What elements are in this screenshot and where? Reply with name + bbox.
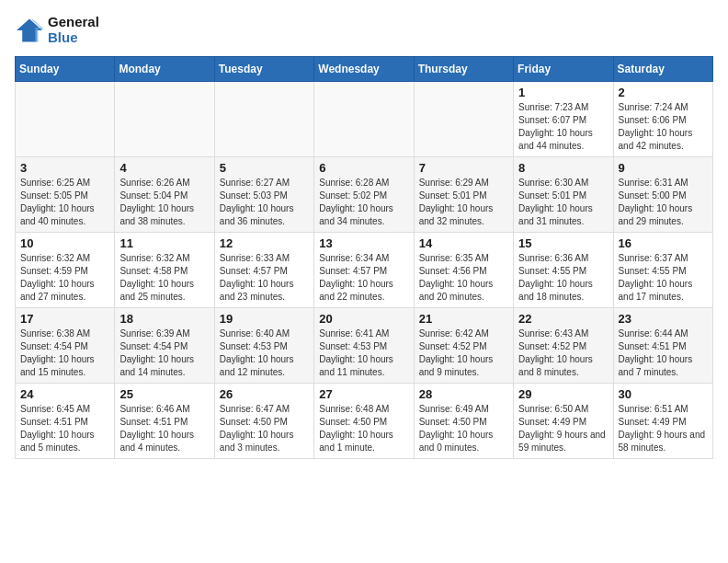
- calendar-cell: 5Sunrise: 6:27 AMSunset: 5:03 PMDaylight…: [214, 157, 313, 233]
- day-info: Sunrise: 6:49 AMSunset: 4:50 PMDaylight:…: [419, 403, 508, 454]
- calendar-cell: 18Sunrise: 6:39 AMSunset: 4:54 PMDayligh…: [115, 308, 214, 384]
- calendar-cell: 23Sunrise: 6:44 AMSunset: 4:51 PMDayligh…: [613, 308, 712, 384]
- day-info: Sunrise: 6:32 AMSunset: 4:58 PMDaylight:…: [119, 252, 209, 304]
- day-number: 11: [119, 236, 209, 250]
- calendar-cell: 2Sunrise: 7:24 AMSunset: 6:06 PMDaylight…: [613, 82, 712, 157]
- calendar-cell: 22Sunrise: 6:43 AMSunset: 4:52 PMDayligh…: [514, 308, 613, 384]
- calendar-cell: 8Sunrise: 6:30 AMSunset: 5:01 PMDaylight…: [514, 157, 613, 233]
- calendar-cell: 29Sunrise: 6:50 AMSunset: 4:49 PMDayligh…: [514, 384, 613, 459]
- logo: General Blue: [15, 15, 99, 45]
- day-number: 18: [119, 312, 209, 326]
- day-info: Sunrise: 6:44 AMSunset: 4:51 PMDaylight:…: [619, 327, 708, 379]
- day-info: Sunrise: 6:40 AMSunset: 4:53 PMDaylight:…: [220, 327, 309, 379]
- calendar-cell: 21Sunrise: 6:42 AMSunset: 4:52 PMDayligh…: [414, 308, 513, 384]
- day-info: Sunrise: 6:41 AMSunset: 4:53 PMDaylight:…: [319, 327, 408, 379]
- day-info: Sunrise: 6:38 AMSunset: 4:54 PMDaylight:…: [20, 327, 109, 379]
- calendar-cell: 26Sunrise: 6:47 AMSunset: 4:50 PMDayligh…: [214, 384, 313, 459]
- day-info: Sunrise: 6:39 AMSunset: 4:54 PMDaylight:…: [119, 327, 209, 379]
- weekday-header-saturday: Saturday: [613, 57, 712, 82]
- day-info: Sunrise: 7:23 AMSunset: 6:07 PMDaylight:…: [518, 101, 608, 153]
- day-info: Sunrise: 6:51 AMSunset: 4:49 PMDaylight:…: [619, 403, 708, 454]
- day-number: 23: [619, 312, 708, 326]
- calendar-cell: 16Sunrise: 6:37 AMSunset: 4:55 PMDayligh…: [613, 233, 712, 308]
- calendar-cell: 13Sunrise: 6:34 AMSunset: 4:57 PMDayligh…: [314, 233, 414, 308]
- weekday-header-wednesday: Wednesday: [314, 57, 414, 82]
- calendar-cell: [414, 82, 513, 157]
- day-number: 19: [220, 312, 309, 326]
- calendar-week-row: 1Sunrise: 7:23 AMSunset: 6:07 PMDaylight…: [16, 82, 713, 157]
- day-number: 12: [220, 236, 309, 250]
- day-info: Sunrise: 6:47 AMSunset: 4:50 PMDaylight:…: [220, 403, 309, 454]
- day-info: Sunrise: 6:25 AMSunset: 5:05 PMDaylight:…: [20, 177, 109, 228]
- day-number: 5: [220, 161, 309, 175]
- day-number: 7: [419, 161, 508, 175]
- calendar-cell: 11Sunrise: 6:32 AMSunset: 4:58 PMDayligh…: [115, 233, 214, 308]
- day-number: 2: [619, 86, 708, 99]
- calendar-cell: 27Sunrise: 6:48 AMSunset: 4:50 PMDayligh…: [314, 384, 414, 459]
- calendar-cell: 4Sunrise: 6:26 AMSunset: 5:04 PMDaylight…: [115, 157, 214, 233]
- day-number: 14: [419, 236, 508, 250]
- day-number: 22: [518, 312, 608, 326]
- weekday-header-tuesday: Tuesday: [214, 57, 313, 82]
- logo-text: General Blue: [48, 15, 99, 45]
- weekday-header-row: SundayMondayTuesdayWednesdayThursdayFrid…: [16, 57, 713, 82]
- calendar-week-row: 3Sunrise: 6:25 AMSunset: 5:05 PMDaylight…: [16, 157, 713, 233]
- day-number: 29: [518, 387, 608, 401]
- calendar-cell: 24Sunrise: 6:45 AMSunset: 4:51 PMDayligh…: [16, 384, 115, 459]
- day-info: Sunrise: 6:50 AMSunset: 4:49 PMDaylight:…: [518, 403, 608, 454]
- day-info: Sunrise: 6:43 AMSunset: 4:52 PMDaylight:…: [518, 327, 608, 379]
- day-info: Sunrise: 6:35 AMSunset: 4:56 PMDaylight:…: [419, 252, 508, 304]
- day-number: 3: [20, 161, 109, 175]
- calendar-week-row: 17Sunrise: 6:38 AMSunset: 4:54 PMDayligh…: [16, 308, 713, 384]
- day-number: 25: [119, 387, 209, 401]
- day-info: Sunrise: 6:31 AMSunset: 5:00 PMDaylight:…: [619, 177, 708, 228]
- weekday-header-monday: Monday: [115, 57, 214, 82]
- day-number: 27: [319, 387, 408, 401]
- day-info: Sunrise: 6:46 AMSunset: 4:51 PMDaylight:…: [119, 403, 209, 454]
- day-info: Sunrise: 7:24 AMSunset: 6:06 PMDaylight:…: [619, 101, 708, 153]
- calendar-week-row: 10Sunrise: 6:32 AMSunset: 4:59 PMDayligh…: [16, 233, 713, 308]
- logo-icon: [15, 17, 44, 43]
- day-number: 24: [20, 387, 109, 401]
- day-number: 16: [619, 236, 708, 250]
- calendar-cell: 25Sunrise: 6:46 AMSunset: 4:51 PMDayligh…: [115, 384, 214, 459]
- weekday-header-friday: Friday: [514, 57, 613, 82]
- day-number: 17: [20, 312, 109, 326]
- day-number: 26: [220, 387, 309, 401]
- day-number: 10: [20, 236, 109, 250]
- day-info: Sunrise: 6:37 AMSunset: 4:55 PMDaylight:…: [619, 252, 708, 304]
- day-info: Sunrise: 6:34 AMSunset: 4:57 PMDaylight:…: [319, 252, 408, 304]
- day-number: 9: [619, 161, 708, 175]
- day-info: Sunrise: 6:32 AMSunset: 4:59 PMDaylight:…: [20, 252, 109, 304]
- day-number: 4: [119, 161, 209, 175]
- day-number: 21: [419, 312, 508, 326]
- calendar-table: SundayMondayTuesdayWednesdayThursdayFrid…: [15, 56, 713, 459]
- calendar-cell: 14Sunrise: 6:35 AMSunset: 4:56 PMDayligh…: [414, 233, 513, 308]
- day-number: 30: [619, 387, 708, 401]
- calendar-cell: [314, 82, 414, 157]
- calendar-cell: 9Sunrise: 6:31 AMSunset: 5:00 PMDaylight…: [613, 157, 712, 233]
- day-info: Sunrise: 6:42 AMSunset: 4:52 PMDaylight:…: [419, 327, 508, 379]
- calendar-cell: 30Sunrise: 6:51 AMSunset: 4:49 PMDayligh…: [613, 384, 712, 459]
- calendar-cell: 20Sunrise: 6:41 AMSunset: 4:53 PMDayligh…: [314, 308, 414, 384]
- day-info: Sunrise: 6:30 AMSunset: 5:01 PMDaylight:…: [518, 177, 608, 228]
- day-info: Sunrise: 6:27 AMSunset: 5:03 PMDaylight:…: [220, 177, 309, 228]
- day-number: 13: [319, 236, 408, 250]
- day-number: 6: [319, 161, 408, 175]
- calendar-cell: 17Sunrise: 6:38 AMSunset: 4:54 PMDayligh…: [16, 308, 115, 384]
- day-number: 8: [518, 161, 608, 175]
- calendar-cell: 15Sunrise: 6:36 AMSunset: 4:55 PMDayligh…: [514, 233, 613, 308]
- day-info: Sunrise: 6:29 AMSunset: 5:01 PMDaylight:…: [419, 177, 508, 228]
- calendar-cell: [214, 82, 313, 157]
- calendar-cell: 7Sunrise: 6:29 AMSunset: 5:01 PMDaylight…: [414, 157, 513, 233]
- calendar-cell: 10Sunrise: 6:32 AMSunset: 4:59 PMDayligh…: [16, 233, 115, 308]
- day-info: Sunrise: 6:36 AMSunset: 4:55 PMDaylight:…: [518, 252, 608, 304]
- day-number: 1: [518, 86, 608, 99]
- page-header: General Blue: [15, 15, 713, 45]
- day-info: Sunrise: 6:28 AMSunset: 5:02 PMDaylight:…: [319, 177, 408, 228]
- calendar-cell: [115, 82, 214, 157]
- day-number: 28: [419, 387, 508, 401]
- svg-marker-0: [17, 18, 42, 41]
- calendar-cell: 28Sunrise: 6:49 AMSunset: 4:50 PMDayligh…: [414, 384, 513, 459]
- calendar-week-row: 24Sunrise: 6:45 AMSunset: 4:51 PMDayligh…: [16, 384, 713, 459]
